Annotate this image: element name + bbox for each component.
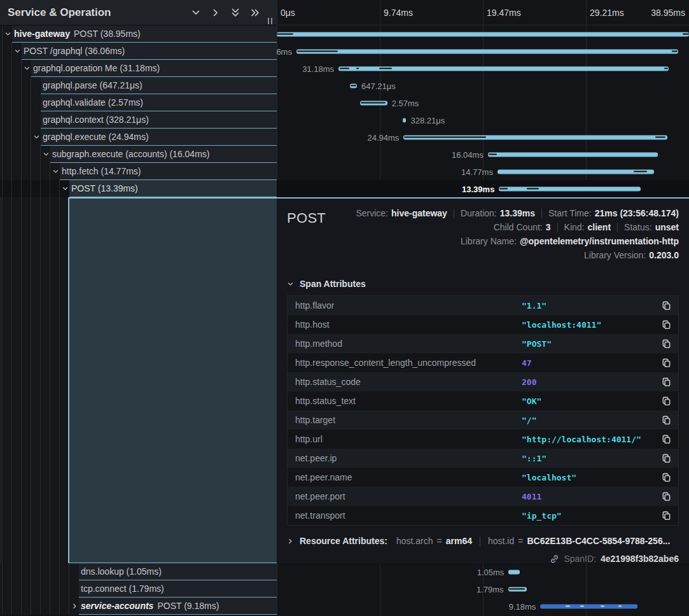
collapse-chevron-icon[interactable]: [52, 163, 60, 180]
span-row[interactable]: tcp.connect (1.79ms)1.79ms: [0, 580, 689, 598]
copy-icon: [662, 454, 671, 463]
trace-viewer: Service & Operation 0μs9.74ms19.47ms29.2…: [0, 0, 689, 616]
operation-name: dns.lookup (1.05ms): [81, 566, 162, 577]
chevron-down-icon[interactable]: [191, 8, 201, 18]
span-name: hive-gatewayPOST (38.95ms): [12, 25, 277, 43]
attribute-value: 200: [522, 377, 654, 387]
span-name: POST (13.39ms): [69, 180, 277, 197]
copy-value-button[interactable]: [654, 473, 678, 482]
span-bar[interactable]: [403, 118, 406, 122]
divider: [617, 223, 618, 232]
copy-value-button[interactable]: [654, 416, 678, 425]
service-name: service-accounts: [81, 601, 153, 611]
collapse-chevron-icon[interactable]: [13, 43, 22, 60]
copy-value-button[interactable]: [654, 377, 678, 387]
copy-value-button[interactable]: [654, 358, 678, 368]
copy-value-button[interactable]: [654, 339, 678, 349]
chevron-spacer: [71, 563, 79, 580]
collapse-chevron-icon[interactable]: [42, 146, 50, 163]
indent-guides: [0, 77, 32, 94]
timeline-ruler: 0μs9.74ms19.47ms29.21ms38.95ms: [277, 0, 689, 25]
chevron-spacer: [32, 77, 41, 94]
copy-value-button[interactable]: [654, 396, 678, 406]
indent-guides: [0, 129, 32, 146]
column-resizer-icon[interactable]: [268, 18, 272, 24]
span-duration-label: 1.79ms: [477, 584, 504, 594]
resource-attributes-title: Resource Attributes:: [300, 536, 387, 546]
copy-icon: [662, 511, 671, 521]
span-row[interactable]: POST (13.39ms)13.39ms: [0, 180, 689, 197]
child-span-marker: [580, 606, 584, 607]
span-duration-label: 36.06ms: [277, 46, 292, 56]
attribute-row: http.method"POST": [288, 334, 678, 353]
span-row[interactable]: graphql.execute (24.94ms)24.94ms: [0, 129, 689, 146]
child-span-marker: [351, 85, 356, 87]
span-bar[interactable]: [360, 101, 387, 105]
attribute-value: "OK": [522, 396, 654, 406]
child-span-marker: [356, 68, 359, 69]
equals-sign: =: [437, 536, 442, 546]
child-span-marker: [499, 188, 508, 190]
collapse-chevron-icon[interactable]: [23, 60, 31, 77]
attribute-key: net.peer.name: [288, 472, 522, 482]
span-bar[interactable]: [350, 83, 357, 88]
span-row[interactable]: hive-gatewayPOST (38.95ms)38.95ms: [0, 25, 689, 43]
copy-value-button[interactable]: [654, 435, 678, 444]
timeline-tick-label: 19.47ms: [487, 8, 521, 18]
collapse-chevron-icon[interactable]: [61, 180, 69, 197]
double-chevron-down-icon[interactable]: [230, 8, 240, 18]
span-duration-label: 14.77ms: [461, 167, 493, 176]
span-bar[interactable]: [508, 570, 519, 574]
meta-value: 21ms (23:56:48.174): [595, 208, 679, 218]
indent-guides: [0, 580, 71, 598]
span-bar[interactable]: [508, 587, 527, 591]
copy-value-button[interactable]: [654, 454, 678, 463]
collapse-chevron-icon[interactable]: [4, 25, 12, 43]
span-id-row: SpanID: 4e21998f3b82abe6: [287, 554, 679, 564]
span-row[interactable]: service-accountsPOST (9.18ms)9.18ms: [0, 598, 689, 615]
copy-icon: [662, 377, 671, 387]
timeline-tick-label: 29.21ms: [590, 8, 624, 18]
span-row[interactable]: graphql.parse (647.21μs)647.21μs: [0, 77, 689, 94]
child-span-marker: [672, 51, 678, 52]
operation-name: graphql.operation Me (31.18ms): [33, 63, 160, 73]
attribute-row: http.host"localhost:4011": [288, 315, 678, 334]
span-row[interactable]: subgraph.execute (accounts) (16.04ms)16.…: [0, 146, 689, 163]
span-row[interactable]: http.fetch (14.77ms)14.77ms: [0, 163, 689, 180]
span-bar[interactable]: [488, 152, 658, 157]
span-row[interactable]: graphql.validate (2.57ms)2.57ms: [0, 94, 689, 111]
child-span-marker: [527, 188, 539, 190]
span-bar[interactable]: [277, 32, 689, 36]
span-bar[interactable]: [403, 135, 667, 139]
collapse-chevron-icon[interactable]: [32, 129, 41, 146]
link-icon[interactable]: [550, 554, 559, 564]
attribute-row: http.flavor"1.1": [288, 296, 678, 315]
resource-attributes-row[interactable]: Resource Attributes: host.arch=arm64host…: [287, 534, 679, 548]
copy-value-button[interactable]: [654, 301, 678, 311]
copy-value-button[interactable]: [654, 492, 678, 501]
operation-name: graphql.context (328.21μs): [43, 115, 149, 125]
double-chevron-right-icon[interactable]: [250, 8, 260, 18]
indent-guides: [0, 43, 13, 60]
span-attributes-toggle[interactable]: Span Attributes: [287, 277, 679, 290]
chevron-right-icon[interactable]: [211, 8, 221, 18]
span-attributes-table: http.flavor"1.1"http.host"localhost:4011…: [287, 295, 679, 526]
indent-guides: [0, 563, 71, 580]
span-bar[interactable]: [498, 169, 654, 174]
operation-name: POST (38.95ms): [74, 29, 141, 39]
span-id-value: 4e21998f3b82abe6: [601, 554, 679, 564]
attribute-row: http.status_code200: [288, 372, 678, 391]
span-row[interactable]: graphql.operation Me (31.18ms)31.18ms: [0, 60, 689, 77]
copy-value-button[interactable]: [654, 511, 678, 521]
span-row[interactable]: POST /graphql (36.06ms)36.06ms: [0, 43, 689, 60]
span-row[interactable]: graphql.context (328.21μs)328.21μs: [0, 111, 689, 129]
span-bar[interactable]: [540, 604, 637, 608]
expand-chevron-icon[interactable]: [71, 598, 79, 615]
span-name: http.fetch (14.77ms): [60, 163, 277, 180]
span-bar[interactable]: [338, 66, 669, 71]
span-bar[interactable]: [296, 49, 678, 53]
copy-value-button[interactable]: [654, 320, 678, 330]
span-row[interactable]: dns.lookup (1.05ms)1.05ms: [0, 563, 689, 580]
span-bar[interactable]: [499, 186, 641, 191]
span-duration-label: 328.21μs: [410, 115, 445, 125]
